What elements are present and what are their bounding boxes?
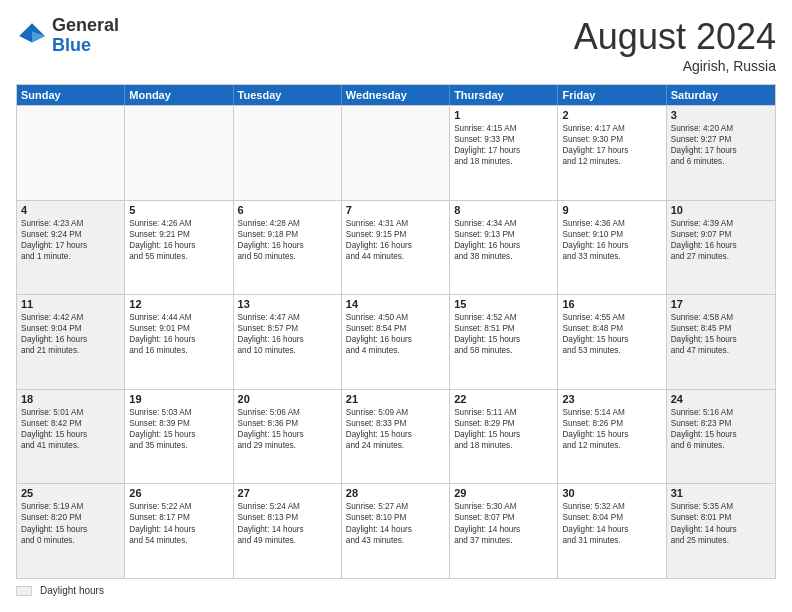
cell-info-line: and 1 minute.: [21, 251, 120, 262]
day-number: 20: [238, 393, 337, 405]
cal-cell: 11Sunrise: 4:42 AMSunset: 9:04 PMDayligh…: [17, 295, 125, 389]
location: Agirish, Russia: [574, 58, 776, 74]
cell-info-line: Sunrise: 4:26 AM: [129, 218, 228, 229]
cell-info-line: and 27 minutes.: [671, 251, 771, 262]
cell-info-line: Sunset: 9:33 PM: [454, 134, 553, 145]
cell-info-line: Sunset: 9:18 PM: [238, 229, 337, 240]
cell-info-line: Sunset: 9:27 PM: [671, 134, 771, 145]
cell-info-line: Sunset: 8:29 PM: [454, 418, 553, 429]
week-row-4: 18Sunrise: 5:01 AMSunset: 8:42 PMDayligh…: [17, 389, 775, 484]
logo-blue-text: Blue: [52, 36, 119, 56]
cell-info-line: Daylight: 16 hours: [562, 240, 661, 251]
cell-info-line: and 41 minutes.: [21, 440, 120, 451]
cal-cell: 2Sunrise: 4:17 AMSunset: 9:30 PMDaylight…: [558, 106, 666, 200]
cell-info-line: Daylight: 17 hours: [671, 145, 771, 156]
day-number: 13: [238, 298, 337, 310]
day-number: 12: [129, 298, 228, 310]
day-number: 22: [454, 393, 553, 405]
cell-info-line: Sunset: 9:15 PM: [346, 229, 445, 240]
cal-cell: 26Sunrise: 5:22 AMSunset: 8:17 PMDayligh…: [125, 484, 233, 578]
cell-info-line: Daylight: 16 hours: [238, 334, 337, 345]
cell-info-line: and 55 minutes.: [129, 251, 228, 262]
cell-info-line: Daylight: 16 hours: [454, 240, 553, 251]
day-number: 29: [454, 487, 553, 499]
cal-cell: 12Sunrise: 4:44 AMSunset: 9:01 PMDayligh…: [125, 295, 233, 389]
cell-info-line: and 44 minutes.: [346, 251, 445, 262]
cell-info-line: Daylight: 16 hours: [21, 334, 120, 345]
cell-info-line: Daylight: 15 hours: [346, 429, 445, 440]
day-number: 6: [238, 204, 337, 216]
cell-info-line: and 12 minutes.: [562, 156, 661, 167]
cell-info-line: Sunset: 9:01 PM: [129, 323, 228, 334]
cell-info-line: and 0 minutes.: [21, 535, 120, 546]
cell-info-line: Sunrise: 5:11 AM: [454, 407, 553, 418]
cell-info-line: and 24 minutes.: [346, 440, 445, 451]
month-year: August 2024: [574, 16, 776, 58]
day-number: 26: [129, 487, 228, 499]
cell-info-line: Sunrise: 4:28 AM: [238, 218, 337, 229]
cell-info-line: and 38 minutes.: [454, 251, 553, 262]
day-number: 5: [129, 204, 228, 216]
day-number: 10: [671, 204, 771, 216]
cal-cell: [342, 106, 450, 200]
cell-info-line: Daylight: 16 hours: [238, 240, 337, 251]
day-header-thursday: Thursday: [450, 85, 558, 105]
cell-info-line: Sunset: 8:48 PM: [562, 323, 661, 334]
cal-cell: 3Sunrise: 4:20 AMSunset: 9:27 PMDaylight…: [667, 106, 775, 200]
cell-info-line: Sunset: 8:51 PM: [454, 323, 553, 334]
cal-cell: 6Sunrise: 4:28 AMSunset: 9:18 PMDaylight…: [234, 201, 342, 295]
cell-info-line: Sunset: 9:21 PM: [129, 229, 228, 240]
cal-cell: 19Sunrise: 5:03 AMSunset: 8:39 PMDayligh…: [125, 390, 233, 484]
cal-cell: 31Sunrise: 5:35 AMSunset: 8:01 PMDayligh…: [667, 484, 775, 578]
day-number: 4: [21, 204, 120, 216]
cell-info-line: Sunrise: 4:55 AM: [562, 312, 661, 323]
page: General Blue August 2024 Agirish, Russia…: [0, 0, 792, 612]
cell-info-line: Daylight: 15 hours: [21, 429, 120, 440]
logo-general: General: [52, 16, 119, 36]
cell-info-line: Daylight: 15 hours: [454, 334, 553, 345]
cell-info-line: Daylight: 17 hours: [21, 240, 120, 251]
cell-info-line: Sunrise: 4:15 AM: [454, 123, 553, 134]
cal-cell: 23Sunrise: 5:14 AMSunset: 8:26 PMDayligh…: [558, 390, 666, 484]
cell-info-line: Sunset: 9:07 PM: [671, 229, 771, 240]
cell-info-line: Daylight: 15 hours: [21, 524, 120, 535]
cell-info-line: and 10 minutes.: [238, 345, 337, 356]
cal-cell: 30Sunrise: 5:32 AMSunset: 8:04 PMDayligh…: [558, 484, 666, 578]
cell-info-line: Daylight: 16 hours: [129, 334, 228, 345]
cell-info-line: Sunset: 8:33 PM: [346, 418, 445, 429]
day-header-tuesday: Tuesday: [234, 85, 342, 105]
day-number: 16: [562, 298, 661, 310]
cell-info-line: Daylight: 16 hours: [129, 240, 228, 251]
day-number: 17: [671, 298, 771, 310]
cell-info-line: Daylight: 16 hours: [346, 334, 445, 345]
cell-info-line: Sunset: 8:13 PM: [238, 512, 337, 523]
cal-cell: 7Sunrise: 4:31 AMSunset: 9:15 PMDaylight…: [342, 201, 450, 295]
cal-cell: [234, 106, 342, 200]
day-number: 1: [454, 109, 553, 121]
day-header-monday: Monday: [125, 85, 233, 105]
cell-info-line: Daylight: 15 hours: [562, 429, 661, 440]
cell-info-line: Sunset: 9:30 PM: [562, 134, 661, 145]
header: General Blue August 2024 Agirish, Russia: [16, 16, 776, 74]
cal-cell: 22Sunrise: 5:11 AMSunset: 8:29 PMDayligh…: [450, 390, 558, 484]
day-number: 19: [129, 393, 228, 405]
cell-info-line: Sunrise: 5:30 AM: [454, 501, 553, 512]
day-number: 21: [346, 393, 445, 405]
cell-info-line: and 6 minutes.: [671, 156, 771, 167]
cal-cell: [125, 106, 233, 200]
cal-cell: 21Sunrise: 5:09 AMSunset: 8:33 PMDayligh…: [342, 390, 450, 484]
week-row-1: 1Sunrise: 4:15 AMSunset: 9:33 PMDaylight…: [17, 105, 775, 200]
day-number: 28: [346, 487, 445, 499]
cell-info-line: Sunrise: 5:24 AM: [238, 501, 337, 512]
cell-info-line: Sunrise: 4:17 AM: [562, 123, 661, 134]
cell-info-line: Daylight: 14 hours: [346, 524, 445, 535]
week-row-3: 11Sunrise: 4:42 AMSunset: 9:04 PMDayligh…: [17, 294, 775, 389]
cell-info-line: Daylight: 15 hours: [671, 429, 771, 440]
cell-info-line: Sunset: 9:13 PM: [454, 229, 553, 240]
day-number: 23: [562, 393, 661, 405]
cell-info-line: and 18 minutes.: [454, 440, 553, 451]
cell-info-line: Sunset: 8:42 PM: [21, 418, 120, 429]
cal-cell: 13Sunrise: 4:47 AMSunset: 8:57 PMDayligh…: [234, 295, 342, 389]
cell-info-line: and 12 minutes.: [562, 440, 661, 451]
cell-info-line: and 37 minutes.: [454, 535, 553, 546]
